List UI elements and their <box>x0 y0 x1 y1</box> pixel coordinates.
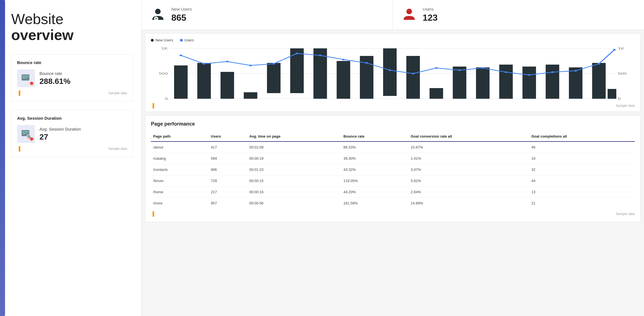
svg-point-49 <box>296 53 298 54</box>
svg-text:+: + <box>155 17 157 21</box>
svg-rect-37 <box>476 67 490 99</box>
legend-users: Users <box>180 38 194 42</box>
cell-row4-col5: 13 <box>529 187 635 198</box>
col-goal-conv: Goal conversion rate all <box>408 131 529 142</box>
table-row: /about41700:01:0989.33%10.67%46 <box>151 142 635 153</box>
bounce-rate-dot <box>30 82 33 85</box>
cell-row3-col2: 00:00:15 <box>247 175 341 187</box>
bounce-rate-icon-box <box>17 69 35 87</box>
svg-rect-27 <box>244 92 257 99</box>
svg-rect-7 <box>22 133 27 134</box>
cell-row1-col4: 1.41% <box>408 153 529 164</box>
performance-table: Page path Users Avg. time on page Bounce… <box>151 131 635 209</box>
new-users-label: New Users <box>171 7 192 11</box>
svg-text:500: 500 <box>618 72 627 75</box>
cell-row0-col1: 417 <box>209 142 247 153</box>
users-label: Users <box>423 7 437 11</box>
legend-new-users: New Users <box>151 38 173 42</box>
svg-rect-26 <box>221 72 234 99</box>
svg-point-59 <box>528 74 531 76</box>
svg-point-44 <box>179 55 182 56</box>
svg-point-45 <box>203 63 205 65</box>
chart-section: New Users Users 1K 500 0 1K 500 0 <box>145 33 641 112</box>
legend-users-label: Users <box>184 38 194 42</box>
cell-row5-col3: 181.56% <box>341 198 408 209</box>
svg-point-58 <box>505 71 507 73</box>
cell-row2-col2: 00:01:23 <box>247 164 341 175</box>
svg-rect-31 <box>337 61 350 99</box>
svg-rect-34 <box>406 56 420 99</box>
svg-point-54 <box>412 73 414 74</box>
svg-point-60 <box>551 71 554 73</box>
bounce-rate-section: Bounce rate Bounce rate 288.61% <box>11 54 133 102</box>
table-row: /forum72800:00:15119.05%5.82%44 <box>151 175 635 187</box>
svg-point-52 <box>365 62 368 64</box>
cell-row4-col4: 2.84% <box>408 187 529 198</box>
col-users: Users <box>209 131 247 142</box>
legend-new-users-label: New Users <box>155 38 173 42</box>
svg-text:0: 0 <box>618 97 621 100</box>
chart-svg: 1K 500 0 1K 500 0 <box>151 46 635 102</box>
svg-rect-33 <box>383 48 397 96</box>
svg-point-47 <box>249 65 252 66</box>
users-card: Users 123 <box>393 0 644 30</box>
cell-row1-col3: 39.30% <box>341 153 408 164</box>
svg-point-56 <box>458 69 461 71</box>
chart-sample-data: Sample data <box>616 104 635 108</box>
users-icon <box>401 7 417 23</box>
svg-rect-39 <box>523 67 536 99</box>
svg-point-53 <box>388 69 391 71</box>
avg-session-section: Avg. Session Duration Avg. Sessi <box>11 110 133 157</box>
cell-row5-col1: 957 <box>209 198 247 209</box>
col-bounce-rate: Bounce rate <box>341 131 408 142</box>
table-footer: ▐ Sample data <box>151 211 635 216</box>
svg-point-63 <box>613 49 616 51</box>
cell-row2-col0: /contacts <box>151 164 209 175</box>
svg-point-14 <box>406 9 412 14</box>
chart-footer: ▐ Sample data <box>151 103 635 108</box>
cell-row0-col0: /about <box>151 142 209 153</box>
table-row: /contacts99600:01:2343.32%3.47%32 <box>151 164 635 175</box>
avg-session-chart-icon: ▐ <box>17 146 20 151</box>
bounce-rate-sample: Sample data <box>108 91 127 95</box>
cell-row2-col5: 32 <box>529 164 635 175</box>
cell-row1-col5: 10 <box>529 153 635 164</box>
col-goal-comp: Goal completions all <box>529 131 635 142</box>
cell-row3-col4: 5.82% <box>408 175 529 187</box>
cell-row5-col4: 14.89% <box>408 198 529 209</box>
bounce-rate-value: 288.61% <box>39 77 127 86</box>
svg-rect-28 <box>267 63 280 93</box>
cell-row2-col4: 3.47% <box>408 164 529 175</box>
legend-users-dot <box>180 39 183 42</box>
avg-session-icon-box <box>17 125 35 143</box>
svg-rect-43 <box>608 89 616 99</box>
chart-bar-icon: ▐ <box>151 103 154 108</box>
svg-rect-42 <box>592 63 606 99</box>
table-bar-icon: ▐ <box>151 211 154 216</box>
page-title: Website overview <box>11 11 133 43</box>
avg-session-dot <box>30 137 33 141</box>
avg-session-label: Avg. Session Duration <box>39 127 127 131</box>
cell-row5-col5: 21 <box>529 198 635 209</box>
cell-row1-col2: 00:00:19 <box>247 153 341 164</box>
sidebar: Website overview Bounce rate Bounce rate <box>0 0 142 316</box>
new-users-card: + New Users 865 <box>142 0 393 30</box>
svg-rect-3 <box>22 78 27 78</box>
table-row: /home21700:00:1644.20%2.84%13 <box>151 187 635 198</box>
table-title: Page performance <box>151 121 635 127</box>
svg-rect-5 <box>22 131 29 132</box>
svg-rect-0 <box>22 74 29 81</box>
table-header-row: Page path Users Avg. time on page Bounce… <box>151 131 635 142</box>
cell-row4-col0: /home <box>151 187 209 198</box>
svg-text:500: 500 <box>159 72 168 75</box>
svg-rect-24 <box>174 65 188 99</box>
svg-rect-6 <box>22 132 29 133</box>
cell-row2-col1: 996 <box>209 164 247 175</box>
chart-area: 1K 500 0 1K 500 0 <box>151 46 635 102</box>
cell-row3-col0: /forum <box>151 175 209 187</box>
chart-legend: New Users Users <box>151 38 635 42</box>
svg-rect-36 <box>453 67 466 99</box>
svg-point-55 <box>435 67 438 69</box>
new-users-icon: + <box>150 7 166 23</box>
svg-rect-35 <box>430 88 443 99</box>
